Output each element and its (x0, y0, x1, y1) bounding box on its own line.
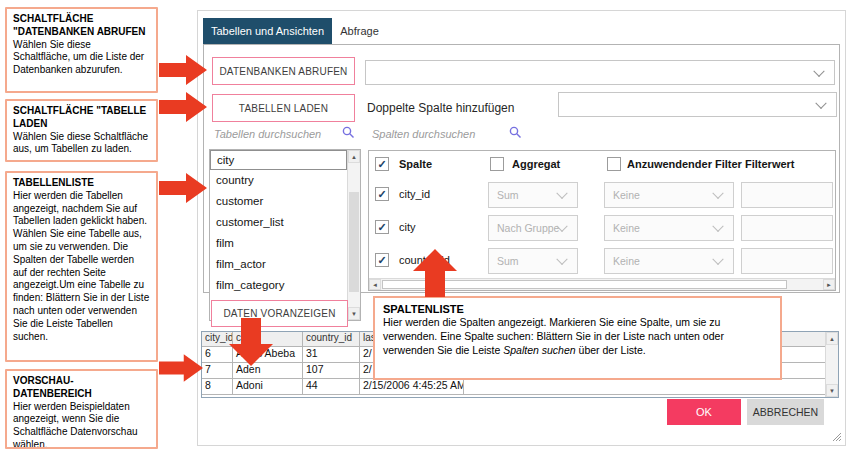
filter-value-input[interactable] (741, 182, 833, 208)
resize-grip[interactable] (831, 431, 841, 441)
arrow-right-icon (159, 171, 207, 205)
aggregate-select[interactable]: Nach Gruppe (488, 215, 578, 241)
tables-views-panel: DATENBANKEN ABRUFEN TABELLEN LADEN Doppe… (203, 44, 840, 293)
scroll-up-icon[interactable]: ▲ (348, 150, 360, 163)
chevron-down-icon (556, 188, 567, 199)
callout-title: SCHALTFLÄCHE "TABELLE LADEN (13, 105, 150, 131)
search-tables-input[interactable]: Tabellen durchsuchen (214, 128, 321, 140)
cell: 31 (303, 347, 360, 363)
list-item-city[interactable]: city (210, 150, 347, 170)
callout-get-databases: SCHALTFLÄCHE "DATENBANKEN ABRUFEN Wählen… (5, 7, 158, 93)
selected-value: Keine (613, 189, 640, 201)
chevron-down-icon (712, 221, 723, 232)
table-row[interactable]: 8 Adoni 44 2/15/2006 4:45:25 AM (202, 379, 838, 395)
arrow-down-icon (228, 318, 274, 366)
duplicate-column-select[interactable] (558, 92, 837, 117)
scrollbar-thumb[interactable] (349, 192, 359, 292)
filter-checkbox[interactable] (607, 157, 621, 171)
row-checkbox[interactable]: ✓ (375, 253, 389, 267)
search-columns-input[interactable]: Spalten durchsuchen (372, 128, 475, 140)
callout-column-list: SPALTENLISTE Hier werden die Spalten ang… (373, 296, 782, 380)
list-item-film-category[interactable]: film_category (210, 275, 347, 296)
row-checkbox[interactable]: ✓ (375, 187, 389, 201)
list-item-film[interactable]: film (210, 233, 347, 254)
select-all-columns-checkbox[interactable]: ✓ (375, 157, 389, 171)
callout-title: SPALTENLISTE (383, 302, 772, 316)
filter-select[interactable]: Keine (604, 248, 734, 274)
arrow-right-icon (159, 90, 207, 124)
column-header: Filterwert (745, 158, 795, 170)
query-builder-dialog: Tabellen und Ansichten Abfrage DATENBANK… (197, 10, 846, 446)
preview-table-scrollbar[interactable]: ▲ ▼ (825, 332, 838, 397)
list-item-customer-list[interactable]: customer_list (210, 212, 347, 233)
scroll-down-icon[interactable]: ▼ (348, 307, 360, 320)
scroll-down-icon[interactable]: ▼ (826, 384, 838, 397)
scroll-left-icon[interactable]: ◄ (369, 279, 381, 290)
preview-header-cell: country_id (303, 332, 360, 347)
table-list: city country customer customer_list film… (209, 149, 361, 321)
load-tables-button[interactable]: TABELLEN LADEN (212, 94, 355, 122)
tab-label: Tabellen und Ansichten (211, 25, 324, 37)
selected-value: Sum (497, 255, 519, 267)
row-checkbox[interactable]: ✓ (375, 220, 389, 234)
tab-tables-and-views[interactable]: Tabellen und Ansichten (203, 18, 332, 44)
cell: 8 (202, 379, 233, 395)
list-item-country[interactable]: country (210, 170, 347, 191)
callout-body: Hier werden die Tabellen angezeigt, nach… (13, 190, 150, 344)
chevron-down-icon (556, 254, 567, 265)
cancel-button[interactable]: ABBRECHEN (747, 399, 824, 425)
selected-value: Sum (497, 189, 519, 201)
callout-load-tables: SCHALTFLÄCHE "TABELLE LADEN Wählen Sie d… (5, 99, 158, 162)
column-header: Aggregat (512, 158, 560, 170)
callout-title: TABELLENLISTE (13, 177, 150, 190)
cell: Adoni (233, 379, 303, 395)
filter-value-input[interactable] (741, 215, 833, 241)
ok-button[interactable]: OK (667, 399, 741, 425)
button-label: TABELLEN LADEN (239, 103, 328, 114)
scroll-right-icon[interactable]: ► (823, 279, 835, 290)
get-databases-button[interactable]: DATENBANKEN ABRUFEN (212, 57, 355, 85)
arrow-right-icon (159, 351, 203, 385)
callout-body: Hier werden die Spalten angezeigt. Marki… (383, 316, 772, 357)
callout-preview-area: VORSCHAU-DATENBEREICH Hier werden Beispi… (5, 369, 158, 449)
table-list-scrollbar[interactable]: ▲ ▼ (347, 150, 360, 320)
column-header: Spalte (399, 158, 432, 170)
scroll-up-icon[interactable]: ▲ (826, 332, 838, 345)
callout-title: SCHALTFLÄCHE "DATENBANKEN ABRUFEN (13, 13, 150, 39)
column-name: city (399, 221, 416, 233)
cell: 107 (303, 363, 360, 379)
aggregate-select[interactable]: Sum (488, 248, 578, 274)
cell: 44 (303, 379, 360, 395)
cell: 2/15/2006 4:45:25 AM (360, 379, 464, 395)
search-icon[interactable] (509, 126, 522, 139)
chevron-down-icon (813, 65, 824, 76)
button-label: OK (696, 406, 712, 418)
add-duplicate-column-label: Doppelte Spalte hinzufügen (367, 101, 514, 115)
selected-value: Keine (613, 222, 640, 234)
filter-select[interactable]: Keine (604, 215, 734, 241)
tab-label: Abfrage (340, 25, 379, 37)
callout-title: VORSCHAU-DATENBEREICH (13, 375, 150, 401)
filter-select[interactable]: Keine (604, 182, 734, 208)
selected-value: Nach Gruppe (497, 222, 559, 234)
search-icon[interactable] (342, 126, 355, 139)
arrow-right-icon (159, 53, 207, 87)
callout-body: Wählen Sie diese Schaltfläche aus, um Ta… (13, 131, 150, 157)
arrow-up-icon (412, 249, 458, 297)
aggregate-checkbox[interactable] (490, 157, 504, 171)
screenshot-root: SCHALTFLÄCHE "DATENBANKEN ABRUFEN Wählen… (0, 0, 850, 453)
database-select[interactable] (365, 60, 835, 85)
callout-table-list: TABELLENLISTE Hier werden die Tabellen a… (5, 171, 158, 362)
callout-body: Wählen Sie diese Schaltfläche, um die Li… (13, 39, 150, 77)
tab-query[interactable]: Abfrage (332, 18, 387, 44)
chevron-down-icon (712, 188, 723, 199)
button-label: ABBRECHEN (753, 406, 818, 418)
list-item-customer[interactable]: customer (210, 191, 347, 212)
chevron-down-icon (815, 97, 826, 108)
aggregate-select[interactable]: Sum (488, 182, 578, 208)
chevron-down-icon (712, 254, 723, 265)
selected-value: Keine (613, 255, 640, 267)
filter-value-input[interactable] (741, 248, 833, 274)
column-header: Anzuwendender Filter (627, 158, 742, 170)
list-item-film-actor[interactable]: film_actor (210, 254, 347, 275)
